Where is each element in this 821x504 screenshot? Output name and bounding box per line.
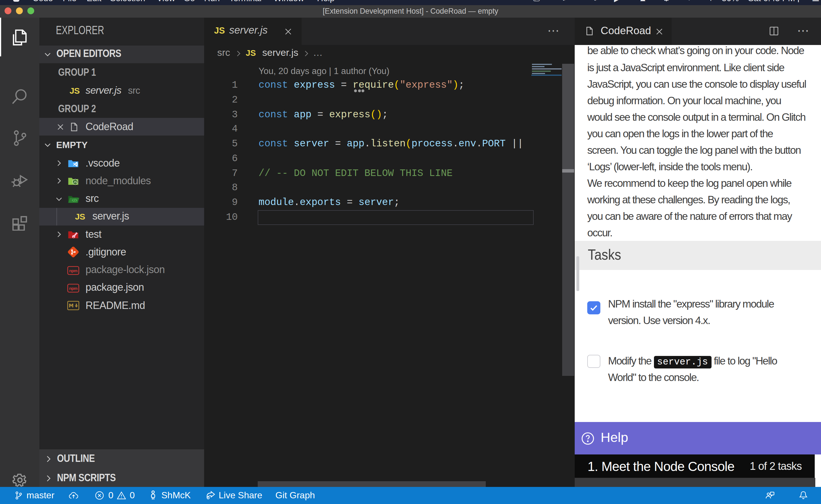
svg-text:npm: npm [69, 269, 77, 273]
svg-text:JS: JS [73, 180, 77, 184]
svg-text:npm: npm [69, 286, 77, 291]
